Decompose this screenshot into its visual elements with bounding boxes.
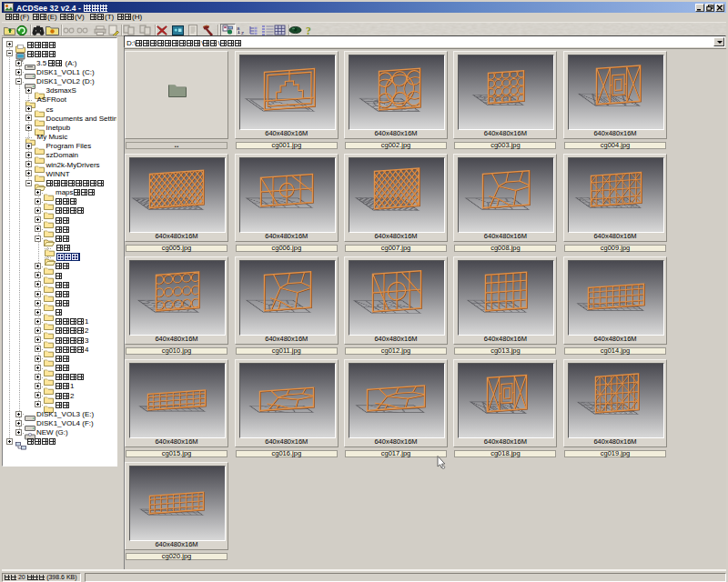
svg-text:a: a <box>237 25 240 31</box>
svg-text:?: ? <box>306 25 311 36</box>
